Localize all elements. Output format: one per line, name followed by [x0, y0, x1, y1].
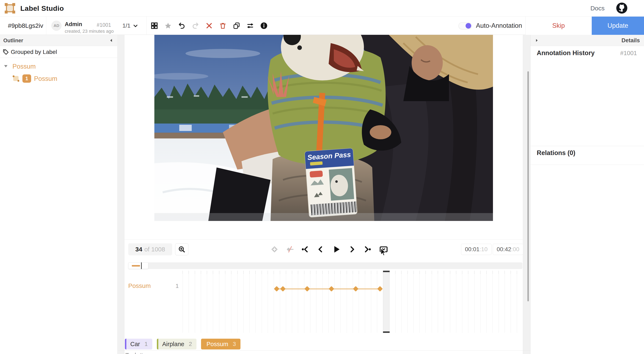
timeline-track-count: 1	[176, 283, 179, 289]
timeline-grid[interactable]	[182, 271, 523, 333]
auto-annotation-toggle[interactable]	[458, 22, 472, 29]
settings-icon[interactable]	[246, 22, 254, 29]
timeline-ruler[interactable]	[182, 271, 523, 274]
reject-icon[interactable]	[206, 22, 213, 29]
undo-icon[interactable]	[178, 22, 186, 29]
chip-color-bar	[157, 339, 158, 350]
label-chip-airplane[interactable]: Airplane2	[157, 339, 196, 350]
annotation-history-title: Annotation History	[537, 49, 594, 57]
seek-viewport-handle[interactable]	[128, 262, 148, 269]
toggle-interpolation-icon[interactable]	[286, 245, 294, 253]
skip-button[interactable]: Skip	[526, 16, 592, 35]
mouse-cursor	[380, 248, 387, 257]
outliner-region-possum[interactable]: 1 Possum	[0, 72, 117, 86]
total-time-frames: :00	[511, 246, 519, 253]
keyframe-diamond[interactable]	[377, 286, 383, 292]
seek-playhead-line	[141, 262, 142, 269]
video-frame[interactable]: Season Pass	[154, 35, 493, 221]
label-hotkey-chips: Car1Airplane2Possum3	[125, 339, 240, 350]
label-chip-possum[interactable]: Possum3	[201, 339, 240, 350]
github-icon[interactable]	[616, 2, 628, 14]
video-scene: Season Pass	[154, 35, 493, 221]
keyframe-diamond[interactable]	[274, 286, 280, 292]
keyframe-connector-line	[277, 289, 380, 289]
frame-counter[interactable]: 34 of 1008	[128, 243, 172, 255]
season-pass-badge: Season Pass	[304, 148, 357, 217]
info-icon[interactable]	[260, 22, 268, 29]
keyframe-diamond[interactable]	[353, 286, 358, 292]
play-button-icon[interactable]	[332, 245, 341, 254]
chevron-down-icon[interactable]	[132, 23, 138, 29]
chip-label: Airplane	[162, 341, 184, 348]
frame-current[interactable]: 34	[135, 246, 142, 253]
toggle-knob	[466, 23, 471, 28]
update-button[interactable]: Update	[592, 16, 644, 35]
current-time-main: 00:01	[465, 246, 480, 253]
expand-right-icon[interactable]	[535, 38, 539, 42]
details-title: Details	[622, 35, 640, 46]
add-keyframe-icon[interactable]	[270, 245, 278, 253]
outliner-group-possum[interactable]: Possum	[0, 60, 117, 72]
delete-icon[interactable]	[219, 22, 226, 29]
outliner-header: Outliner	[0, 35, 117, 46]
caret-down-icon[interactable]	[4, 64, 8, 68]
redo-icon[interactable]	[192, 22, 199, 29]
video-controls: 34 of 1008	[124, 239, 523, 259]
chip-label: Possum	[206, 341, 228, 348]
divider	[530, 165, 644, 165]
task-footer-label: Task #	[125, 352, 143, 354]
task-id: #9pb8Lgs2iv	[8, 16, 43, 35]
divider	[118, 350, 530, 351]
annotator-avatar[interactable]: AD	[52, 21, 62, 31]
toolbar-icons	[151, 16, 268, 35]
divider	[46, 16, 46, 35]
grouping-label: Grouped by Label	[11, 46, 57, 58]
current-time-frames: :10	[480, 246, 488, 253]
label-chip-car[interactable]: Car1	[125, 339, 152, 350]
annotator-name: Admin	[65, 21, 82, 27]
vertical-scrollbar[interactable]	[528, 71, 529, 301]
grouping-selector[interactable]: Grouped by Label	[0, 46, 117, 58]
zoom-in-button[interactable]	[175, 243, 188, 255]
timeline-track-label[interactable]: Possum	[128, 282, 151, 289]
auto-annotation-label: Auto-Annotation	[476, 16, 522, 35]
next-keyframe-icon[interactable]	[364, 245, 372, 253]
timeline-playhead[interactable]	[383, 271, 390, 333]
views-grid-icon[interactable]	[151, 22, 158, 29]
label-studio-logo-icon[interactable]	[4, 2, 16, 14]
keyframe-diamond[interactable]	[280, 286, 286, 292]
outliner-panel: Outliner Grouped by Label Possum	[0, 35, 118, 354]
divider	[146, 16, 147, 35]
collapse-left-icon[interactable]	[109, 38, 114, 43]
time-displays: 00:01 :10 00:42 :00	[461, 244, 523, 255]
docs-link[interactable]: Docs	[590, 0, 604, 16]
tag-icon	[2, 49, 9, 55]
annotation-history-id: #1001	[620, 50, 637, 56]
keyframe-diamond[interactable]	[304, 286, 310, 292]
video-player-panel: Season Pass	[124, 35, 523, 354]
current-time[interactable]: 00:01 :10	[461, 244, 492, 255]
transport-controls	[270, 243, 388, 255]
duplicate-icon[interactable]	[233, 22, 240, 29]
annotation-pager: 1/1	[122, 16, 130, 35]
annotation-created: created, 23 minutes ago	[65, 28, 114, 34]
details-panel: Details Annotation History #1001 Relatio…	[530, 35, 644, 354]
region-index-badge: 1	[22, 74, 31, 83]
relations-title: Relations (0)	[537, 149, 575, 157]
keyframe-diamond[interactable]	[329, 286, 334, 292]
previous-frame-icon[interactable]	[316, 245, 324, 253]
next-frame-icon[interactable]	[348, 245, 356, 253]
top-header: Label Studio Docs	[0, 0, 644, 16]
outliner-title: Outliner	[3, 35, 23, 46]
frame-total: of 1008	[144, 246, 165, 253]
app-title: Label Studio	[20, 0, 64, 16]
seek-minimap[interactable]	[128, 262, 522, 269]
group-label: Possum	[12, 63, 36, 70]
star-icon[interactable]	[164, 22, 172, 29]
previous-keyframe-icon[interactable]	[301, 245, 309, 253]
region-label: Possum	[34, 75, 57, 82]
timeline: Possum 1	[124, 271, 523, 333]
chip-color-bar	[125, 339, 126, 350]
seek-keyframe-marker	[132, 265, 140, 267]
total-time[interactable]: 00:42 :00	[493, 244, 523, 255]
